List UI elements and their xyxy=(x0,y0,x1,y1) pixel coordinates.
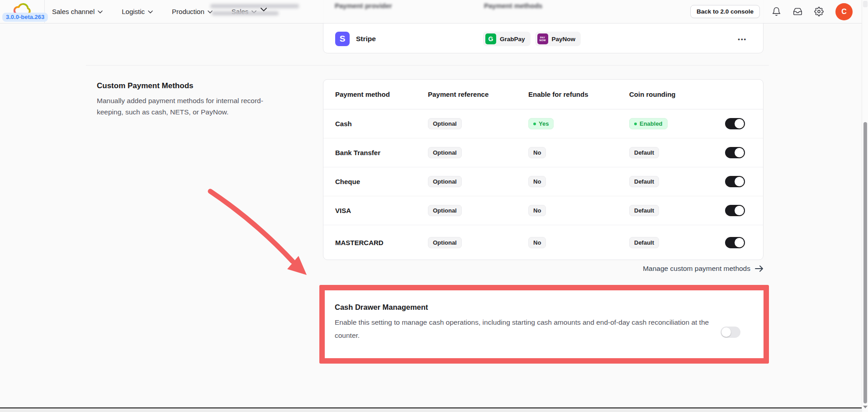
method-name: VISA xyxy=(335,207,428,214)
logo-block: 3.0.0-beta.263 xyxy=(0,0,45,24)
refunds-badge: No xyxy=(528,205,546,216)
reference-badge: Optional xyxy=(428,176,462,187)
provider-name: Stripe xyxy=(356,35,376,43)
nav-sales-channel[interactable]: Sales channel xyxy=(52,8,103,15)
scrollbar-up-button[interactable] xyxy=(863,1,868,7)
paynow-method-pill: PAYNOW PayNow xyxy=(535,32,581,46)
top-navigation-bar: 3.0.0-beta.263 Payment provider Payment … xyxy=(0,0,862,24)
grabpay-method-pill: G GrabPay xyxy=(483,32,531,46)
custom-payment-methods-description: Manually added payment methods for inter… xyxy=(97,95,287,118)
row-toggle[interactable] xyxy=(725,237,745,248)
nav-logistic[interactable]: Logistic xyxy=(122,8,153,15)
table-row-cash: Cash Optional Yes Enabled xyxy=(323,109,763,138)
scrollbar-thumb[interactable] xyxy=(863,122,867,403)
nav-production[interactable]: Production xyxy=(172,8,213,15)
grabpay-icon: G xyxy=(485,33,496,44)
manage-custom-payment-methods-link[interactable]: Manage custom payment methods xyxy=(323,265,764,273)
cash-drawer-title: Cash Drawer Management xyxy=(335,303,764,312)
rounding-badge: Default xyxy=(629,147,659,158)
blurred-col-payment-methods: Payment methods xyxy=(484,2,542,9)
blurred-text-line xyxy=(212,11,279,15)
settings-gear-icon[interactable] xyxy=(814,7,824,16)
cash-drawer-description: Enable this setting to manage cash opera… xyxy=(335,316,724,342)
green-dot-icon xyxy=(533,123,536,125)
custom-payment-methods-title: Custom Payment Methods xyxy=(97,81,287,90)
cash-drawer-toggle[interactable] xyxy=(721,327,740,338)
reference-badge: Optional xyxy=(428,118,462,129)
rounding-badge: Enabled xyxy=(629,118,668,129)
paynow-label: PayNow xyxy=(552,36,576,43)
notifications-bell-icon[interactable] xyxy=(772,7,781,16)
blurred-text-line xyxy=(210,4,299,8)
row-toggle[interactable] xyxy=(725,147,745,158)
user-avatar[interactable]: C xyxy=(835,3,853,20)
reference-badge: Optional xyxy=(428,147,462,158)
col-header-enable-refunds: Enable for refunds xyxy=(528,90,629,98)
refunds-badge: No xyxy=(528,237,546,248)
col-header-payment-method: Payment method xyxy=(335,90,428,98)
cash-drawer-card: Cash Drawer Management Enable this setti… xyxy=(325,290,764,358)
refunds-badge: Yes xyxy=(528,118,554,129)
back-to-console-button[interactable]: Back to 2.0 console xyxy=(690,5,760,18)
table-header-row: Payment method Payment reference Enable … xyxy=(323,80,763,109)
reference-badge: Optional xyxy=(428,237,462,248)
method-name: Cash xyxy=(335,120,428,128)
inbox-tray-icon[interactable] xyxy=(793,7,802,16)
scrollbar-down-button[interactable] xyxy=(863,406,868,408)
stripe-logo-icon: S xyxy=(335,32,350,46)
col-header-coin-rounding: Coin rounding xyxy=(629,90,722,98)
green-dot-icon xyxy=(634,123,637,125)
rounding-badge: Default xyxy=(629,205,659,216)
grabpay-label: GrabPay xyxy=(500,36,525,43)
window-bottom-strip xyxy=(0,408,862,412)
refunds-badge: No xyxy=(528,176,546,187)
row-toggle[interactable] xyxy=(725,118,745,129)
arrow-right-icon xyxy=(755,265,764,272)
table-row-visa: VISA Optional No Default xyxy=(323,196,763,225)
table-row-bank-transfer: Bank Transfer Optional No Default xyxy=(323,138,763,167)
version-badge: 3.0.0-beta.263 xyxy=(2,13,48,22)
vertical-scrollbar[interactable] xyxy=(862,0,868,412)
annotation-arrow-icon xyxy=(197,179,314,283)
table-row-mastercard: MASTERCARD Optional No Default xyxy=(323,225,763,260)
custom-payment-methods-table: Payment method Payment reference Enable … xyxy=(323,79,764,260)
rounding-badge: Default xyxy=(629,237,659,248)
refunds-badge: No xyxy=(528,147,546,158)
paynow-icon: PAYNOW xyxy=(537,33,548,44)
row-toggle[interactable] xyxy=(725,176,745,187)
blurred-chevron-icon xyxy=(261,8,267,12)
method-name: Cheque xyxy=(335,178,428,185)
rounding-badge: Default xyxy=(629,176,659,187)
table-row-cheque: Cheque Optional No Default xyxy=(323,167,763,196)
blurred-col-payment-provider: Payment provider xyxy=(335,2,392,9)
section-divider xyxy=(86,65,769,66)
chevron-down-icon xyxy=(148,10,153,14)
method-name: MASTERCARD xyxy=(335,239,428,246)
col-header-payment-reference: Payment reference xyxy=(428,90,528,98)
chevron-down-icon xyxy=(98,10,103,14)
method-name: Bank Transfer xyxy=(335,149,428,156)
reference-badge: Optional xyxy=(428,205,462,216)
row-toggle[interactable] xyxy=(725,205,745,216)
stripe-provider-row: S Stripe G GrabPay PAYNOW PayNow ••• xyxy=(323,25,763,53)
window-bottom-edge xyxy=(0,407,862,408)
annotation-highlight-box: Cash Drawer Management Enable this setti… xyxy=(319,285,769,364)
row-more-menu-icon[interactable]: ••• xyxy=(738,36,747,43)
